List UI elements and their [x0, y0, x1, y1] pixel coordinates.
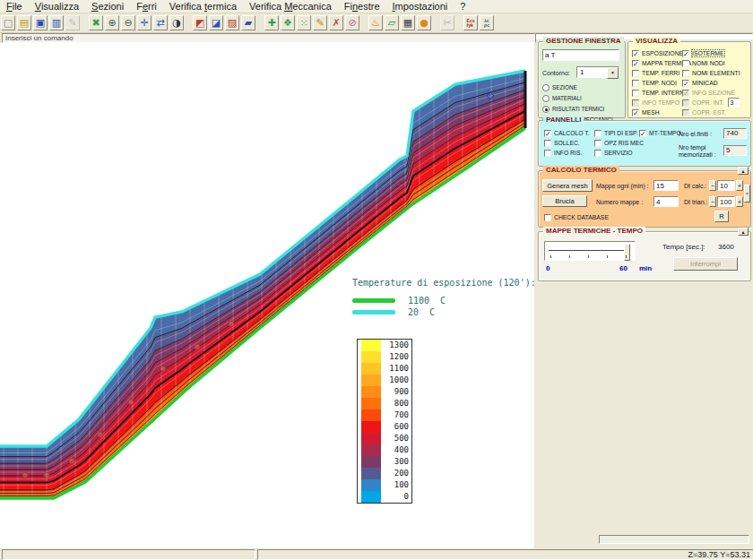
- scale-color-swatch: [361, 491, 381, 503]
- menu-verifica-termica[interactable]: Verifica termica: [163, 0, 243, 13]
- drop-button[interactable]: ●: [417, 15, 431, 30]
- pannelli-calcolo-t-checkbox[interactable]: ✓CALCOLO T.: [544, 128, 590, 138]
- checkbox-icon: [544, 150, 551, 157]
- drawing-canvas[interactable]: Temperature di esposizione (120'): 1100 …: [0, 43, 534, 548]
- shade-button[interactable]: ◑: [169, 15, 184, 30]
- table-button[interactable]: ▦: [401, 15, 415, 30]
- pannelli-opz-ris-mec-checkbox[interactable]: OPZ RIS MEC: [594, 138, 644, 148]
- menu-[interactable]: ?: [454, 0, 472, 13]
- menu-verifica-meccanica[interactable]: Verifica Meccanica: [243, 0, 338, 13]
- radio-label: RISULTATI TERMICI: [552, 106, 604, 112]
- zoom-in-button[interactable]: ⊕: [105, 15, 119, 30]
- nro-tempi-value: 5: [723, 145, 747, 156]
- erase-button[interactable]: ✖: [89, 15, 103, 30]
- fire-exposure-button[interactable]: ♨: [368, 15, 383, 30]
- scale-legend-row: 100: [358, 479, 411, 491]
- dt-calc-input[interactable]: [717, 180, 735, 191]
- mappe-ogni-input[interactable]: [653, 180, 679, 191]
- viz-nomi-nodi-checkbox[interactable]: NOMI NODI: [682, 58, 740, 68]
- dt-trian-minus-button[interactable]: −: [709, 196, 716, 207]
- calcolo-check-database-checkbox[interactable]: CHECK DATABASE: [544, 212, 609, 222]
- pannelli-sollec-checkbox[interactable]: SOLLEC.: [544, 138, 590, 148]
- collapse-panel-button[interactable]: ▲: [738, 167, 749, 175]
- checkbox-icon: ✓: [682, 90, 689, 97]
- command-input[interactable]: Inserisci un comando: [2, 33, 535, 43]
- viz-copr-int-checkbox[interactable]: COPR. INT.: [682, 98, 740, 108]
- pannelli-servizio-checkbox[interactable]: SERVIZIO: [594, 148, 644, 158]
- checkbox-label: SOLLEC.: [554, 140, 580, 146]
- section-edit-button[interactable]: ▰: [241, 15, 255, 30]
- radio-materiali[interactable]: MATERIALI: [542, 93, 613, 103]
- exposure-entry-label: 1100 C: [408, 296, 446, 306]
- checkbox-label: MINICAD: [692, 80, 718, 86]
- time-slider[interactable]: [544, 241, 636, 261]
- pannelli-mt-tempo-checkbox[interactable]: ✓MT-TEMPO: [639, 128, 681, 138]
- interrompi-button[interactable]: Interrompi: [673, 257, 738, 271]
- menu-finestre[interactable]: Finestre: [338, 0, 386, 13]
- save-button[interactable]: ▣: [33, 15, 48, 30]
- delete-node-button[interactable]: ✗: [329, 15, 343, 30]
- viz-copr-int-input[interactable]: [728, 98, 740, 108]
- mesh-points-button[interactable]: ⁙: [297, 15, 311, 30]
- scale-legend-row: 1200: [358, 351, 411, 363]
- checkbox-icon: [544, 140, 551, 147]
- viz-nomi-elementi-checkbox[interactable]: NOMI ELEMENTI: [682, 68, 740, 78]
- viz-info-sezione-checkbox[interactable]: ✓INFO SEZIONE: [682, 88, 740, 98]
- scale-value-label: 500: [381, 433, 411, 444]
- section-nodes-button[interactable]: ◪: [209, 15, 223, 30]
- pannelli-tipi-di-esp-checkbox[interactable]: TIPI DI ESP.: [594, 128, 644, 138]
- section-edit-icon: ▰: [245, 18, 252, 28]
- exposure-legend-title: Temperature di esposizione (120'):: [352, 278, 534, 288]
- edit-node-button[interactable]: ✎: [313, 15, 327, 30]
- viz-isoterme-checkbox[interactable]: ✓ISOTERME: [682, 48, 740, 58]
- genera-mesh-button[interactable]: Genera mesh: [542, 179, 593, 192]
- menu-file[interactable]: File: [0, 0, 29, 13]
- panel-shift-button[interactable]: <: [744, 185, 750, 202]
- collapse-panel-button[interactable]: ▲: [738, 228, 749, 236]
- exclude-node-button[interactable]: ⊘: [345, 15, 359, 30]
- nro-el-finiti-label: Nro el.finiti :: [679, 131, 712, 137]
- regen-button[interactable]: ⇄: [153, 15, 168, 30]
- dt-trian-input[interactable]: [717, 196, 735, 207]
- radio-risultati-termici[interactable]: RISULTATI TERMICI: [542, 104, 613, 114]
- section-mesh-button[interactable]: ▨: [225, 15, 239, 30]
- dt-calc-plus-button[interactable]: +: [736, 180, 743, 191]
- radio-sezione[interactable]: SEZIONE: [542, 82, 613, 92]
- print-button[interactable]: ✎: [65, 15, 80, 30]
- menu-sezioni[interactable]: Sezioni: [85, 0, 130, 13]
- dt-calc-minus-button[interactable]: −: [709, 180, 716, 191]
- pan-button[interactable]: ✛: [137, 15, 151, 30]
- panel-calcolo-termico: CALCOLO TERMICO ▲ Genera mesh Brucia Map…: [538, 170, 751, 228]
- open-file-button[interactable]: ▤: [17, 15, 31, 30]
- window-name-input[interactable]: [542, 49, 619, 61]
- application-window: FileVisualizzaSezioniFerriVerifica termi…: [0, 0, 753, 560]
- menu-visualizza[interactable]: Visualizza: [29, 0, 85, 13]
- contorno-dropdown[interactable]: 1 ▼: [576, 66, 619, 78]
- dt-trian-plus-button[interactable]: +: [736, 196, 743, 207]
- dropdown-arrow-icon[interactable]: ▼: [607, 67, 619, 79]
- section-view-button[interactable]: ◩: [193, 15, 207, 30]
- add-element-button[interactable]: ❖: [281, 15, 295, 30]
- thermal-props-button[interactable]: λcρc: [480, 15, 494, 30]
- numero-mappe-input[interactable]: [653, 196, 679, 207]
- brucia-button[interactable]: Brucia: [542, 195, 587, 207]
- new-file-button[interactable]: ▢: [1, 15, 15, 30]
- menu-ferri[interactable]: Ferri: [130, 0, 163, 13]
- edit-sheet-button[interactable]: ▱: [385, 15, 399, 30]
- checkbox-icon: [682, 109, 689, 116]
- viz-copr-est-checkbox[interactable]: COPR. EST.: [682, 108, 740, 117]
- concrete-props-button[interactable]: Ecsfyk: [463, 15, 478, 30]
- delete-node-icon: ✗: [332, 18, 340, 28]
- menu-impostazioni[interactable]: Impostazioni: [386, 0, 454, 13]
- viz-minicad-checkbox[interactable]: ✓MINICAD: [682, 78, 740, 88]
- slider-handle[interactable]: [624, 244, 630, 261]
- cut-button[interactable]: ✂: [440, 15, 454, 30]
- checkbox-icon: [594, 150, 602, 157]
- checkbox-label: TEMP. NODI: [642, 80, 677, 86]
- add-node-button[interactable]: ✚: [264, 15, 279, 30]
- scale-color-swatch: [361, 444, 381, 456]
- zoom-out-button[interactable]: ⊖: [121, 15, 135, 30]
- pannelli-info-ris-checkbox[interactable]: INFO RIS.: [544, 148, 590, 158]
- save-report-button[interactable]: ▥: [49, 15, 64, 30]
- r-button[interactable]: R: [714, 211, 729, 222]
